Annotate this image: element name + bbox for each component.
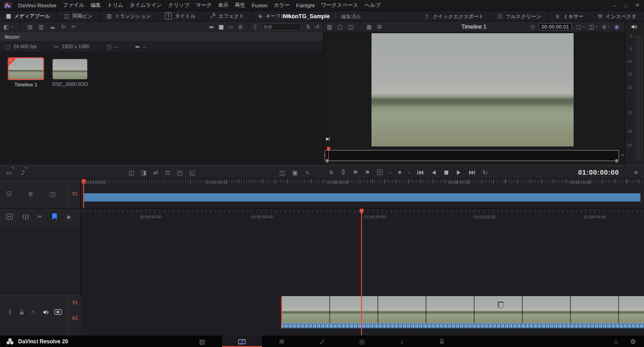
play-button[interactable] xyxy=(456,170,462,176)
place-on-top-icon[interactable]: ◰ xyxy=(177,170,182,176)
panel-resize-handle-right[interactable]: ◂ xyxy=(621,153,623,157)
minimize-button[interactable]: – xyxy=(613,3,616,8)
sync-bin-button[interactable]: ◫ 同期ビン xyxy=(58,11,99,21)
dual-view-icon[interactable]: ◫ xyxy=(348,24,353,30)
fairlight-page-icon[interactable]: ♪ xyxy=(397,336,406,347)
menu-playback[interactable]: 再生 xyxy=(235,2,245,9)
overview-track-label[interactable]: V1 xyxy=(72,191,77,196)
add-poi-icon[interactable]: ⚑ xyxy=(353,170,358,176)
menu-file[interactable]: ファイル xyxy=(63,2,84,9)
cloud-upload-icon[interactable]: ☁ xyxy=(50,24,55,30)
crop-dropdown[interactable]: ▢ ∨ xyxy=(576,24,585,30)
play-clip-icon[interactable]: ▸ xyxy=(377,170,382,175)
timeline-playhead[interactable] xyxy=(361,209,362,335)
jog-right-icon[interactable]: › xyxy=(408,170,410,175)
solo-headphones-icon[interactable]: ∩ xyxy=(31,309,35,315)
clip-options-icon[interactable]: ◫ xyxy=(50,191,55,197)
duration-timecode[interactable]: 00:00:00:01 xyxy=(539,23,572,30)
home-icon[interactable]: ⌂ xyxy=(611,336,620,347)
cut-page-icon[interactable] xyxy=(238,336,247,347)
quick-export-button[interactable]: ⇧ クイックエクスポート xyxy=(419,11,490,22)
capture-icon[interactable]: ▣ xyxy=(292,170,297,176)
menu-workspace[interactable]: ワークスペース xyxy=(321,2,358,9)
safe-area-icon[interactable]: ▢ xyxy=(337,24,342,30)
overview-video-track-bar[interactable] xyxy=(84,193,640,201)
timeline-clip-video[interactable] xyxy=(281,296,644,323)
fullscreen-button[interactable]: ⊡ フルスクリーン xyxy=(492,11,547,22)
app-logo-icon[interactable] xyxy=(4,2,12,9)
add-marker-icon[interactable] xyxy=(52,213,57,220)
bin-list-icon[interactable]: ◧ xyxy=(4,24,9,30)
append-clip-icon[interactable]: ▭ xyxy=(6,170,12,176)
timeline-clip[interactable] xyxy=(281,296,644,328)
list-view-icon[interactable]: ≣ xyxy=(238,24,243,30)
menu-fusion[interactable]: Fusion xyxy=(252,3,268,8)
viewer-scrub-bar[interactable] xyxy=(325,150,619,161)
chevron-down-icon[interactable]: ∨ xyxy=(11,25,13,29)
image-overlay-icon[interactable]: ▨ xyxy=(327,24,332,30)
scrub-playhead[interactable] xyxy=(328,147,329,161)
mixer-button[interactable]: ≡ ミキサー xyxy=(550,11,590,22)
close-up-icon[interactable]: ⊡ xyxy=(165,170,170,176)
step-back-button[interactable] xyxy=(431,170,436,176)
zoom-dropdown[interactable]: ⊕ ∨ xyxy=(602,24,610,30)
selection-tool-icon[interactable]: ↔ xyxy=(6,214,13,220)
inspector-button[interactable]: ⚒ インスペクタ xyxy=(592,11,642,22)
maximize-button[interactable]: □ xyxy=(624,3,627,8)
transition-button[interactable]: ▧ トランジション xyxy=(101,11,157,21)
effects-button[interactable]: エフェクト xyxy=(203,11,250,21)
menu-timeline[interactable]: タイムライン xyxy=(130,2,162,9)
timeline-clip-audio[interactable] xyxy=(281,323,644,328)
mic-icon[interactable] xyxy=(341,169,346,176)
menu-color[interactable]: カラー xyxy=(274,2,290,9)
record-icon[interactable]: ● xyxy=(398,171,401,174)
edit-page-icon[interactable]: ≣ xyxy=(276,337,288,346)
speaker-icon[interactable] xyxy=(631,24,638,31)
stop-button[interactable] xyxy=(443,170,449,176)
thumbnail-view-icon[interactable]: ▦ xyxy=(218,24,223,30)
menu-trim[interactable]: トリム xyxy=(107,2,123,9)
jump-to-marker-icon[interactable]: ▶| xyxy=(326,136,329,141)
razor-tool-icon[interactable]: ✂ xyxy=(37,214,42,220)
add-flag-icon[interactable]: ◈ xyxy=(66,214,71,220)
video-track-label[interactable]: V1 xyxy=(69,300,81,305)
strip-view-icon[interactable]: ▬ xyxy=(209,24,214,30)
ripple-overwrite-icon[interactable]: ⇄ xyxy=(154,170,159,176)
fusion-page-icon[interactable] xyxy=(317,336,327,347)
menu-edit[interactable]: 編集 xyxy=(90,2,101,9)
add-poi-plus-icon[interactable]: ⚑ xyxy=(365,170,371,176)
settings-gear-icon[interactable]: ⚙ xyxy=(629,336,638,347)
viewer-video-frame[interactable] xyxy=(372,33,574,146)
timeline-list-icon[interactable]: ☑ xyxy=(6,191,12,197)
search-input[interactable] xyxy=(261,23,301,30)
mute-speaker-icon[interactable] xyxy=(43,309,49,316)
menu-fairlight[interactable]: Fairlight xyxy=(296,3,315,8)
tag-icon[interactable]: ◊ xyxy=(254,24,257,30)
pan-icon[interactable]: ⊞ xyxy=(377,24,381,30)
slip-tool-icon[interactable]: (|) xyxy=(22,214,29,220)
track-options-icon[interactable]: ≣ xyxy=(28,191,33,197)
deliver-page-icon[interactable] xyxy=(437,336,446,347)
relink-icon[interactable]: ↻ xyxy=(61,24,65,30)
source-overwrite-icon[interactable]: ◱ xyxy=(189,170,195,176)
menu-view[interactable]: 表示 xyxy=(218,2,228,9)
title-button[interactable]: T タイトル xyxy=(159,11,201,21)
clip-dsc-0080[interactable]: ♪ DSC_0080.R3D xyxy=(52,59,88,87)
bin-name[interactable]: Master xyxy=(5,34,20,40)
multicam-icon[interactable]: ▦ xyxy=(367,24,372,30)
clip-timeline-1[interactable]: ✓ ≡ Timeline 1 xyxy=(8,57,44,87)
tools-sliders-icon[interactable]: ≡ xyxy=(328,170,334,175)
scopes-dropdown[interactable]: ◫ ∨ xyxy=(589,24,598,30)
playhead-timecode[interactable]: 01:00:00:00 xyxy=(578,166,619,179)
append-to-end-icon[interactable]: ◨ xyxy=(141,170,146,176)
loop-icon[interactable]: ↻ xyxy=(482,169,488,176)
close-button[interactable]: ✕ xyxy=(635,2,639,8)
timeline-options-menu-icon[interactable]: ≡ xyxy=(634,166,638,179)
last-frame-button[interactable] xyxy=(469,170,476,176)
color-page-icon[interactable]: ◎ xyxy=(357,336,367,347)
unlink-icon[interactable]: ✂ xyxy=(71,24,76,30)
import-media-icon[interactable]: ▤ xyxy=(27,24,32,30)
dual-screen-icon[interactable]: ◫ xyxy=(279,170,285,176)
jog-left-icon[interactable]: ‹ xyxy=(389,170,391,175)
filmstrip-view-icon[interactable]: ▭ xyxy=(228,24,233,30)
